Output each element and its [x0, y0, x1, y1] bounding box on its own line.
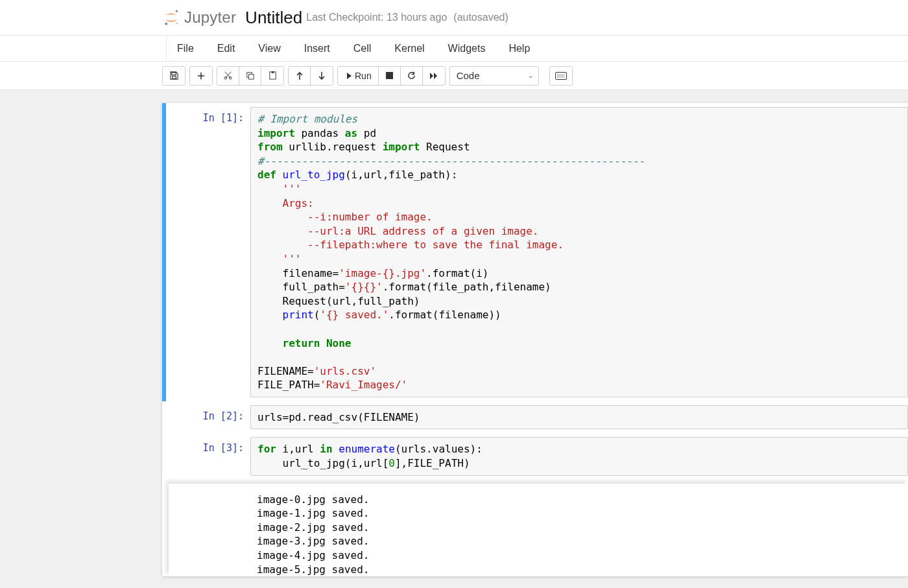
menu-help[interactable]: Help	[497, 43, 542, 54]
svg-rect-6	[249, 75, 254, 80]
paste-icon	[268, 71, 278, 80]
menu-file[interactable]: File	[167, 43, 206, 54]
menu-widgets[interactable]: Widgets	[436, 43, 497, 54]
cell-type-select[interactable]: Code ⌄	[449, 66, 539, 86]
command-palette-button[interactable]	[550, 67, 572, 85]
jupyter-logo-text: Jupyter	[184, 8, 236, 27]
copy-button[interactable]	[239, 67, 261, 85]
restart-run-all-button[interactable]	[423, 67, 445, 85]
output-area: . image-0.jpg saved. image-1.jpg saved. …	[169, 489, 908, 577]
interrupt-button[interactable]	[379, 67, 401, 85]
arrow-up-icon	[296, 71, 304, 80]
notebook-title[interactable]: Untitled	[245, 8, 302, 28]
plus-icon	[197, 71, 206, 80]
menu-insert[interactable]: Insert	[293, 43, 342, 54]
paste-button[interactable]	[261, 67, 283, 85]
jupyter-logo[interactable]: Jupyter	[162, 8, 236, 27]
chevron-down-icon: ⌄	[528, 72, 533, 79]
copy-icon	[245, 71, 255, 80]
cell-prompt: In [3]:	[166, 437, 250, 475]
toolbar: Run Code ⌄	[0, 62, 908, 90]
move-up-button[interactable]	[289, 67, 311, 85]
code-cell-3[interactable]: In [3]: for i,url in enumerate(urls.valu…	[162, 433, 908, 479]
run-icon	[344, 72, 352, 80]
menu-edit[interactable]: Edit	[206, 43, 247, 54]
code-editor[interactable]: urls=pd.read_csv(FILENAME)	[250, 405, 908, 430]
restart-button[interactable]	[401, 67, 423, 85]
menu-cell[interactable]: Cell	[342, 43, 383, 54]
svg-rect-8	[271, 71, 274, 73]
save-icon	[169, 71, 179, 80]
svg-point-1	[165, 23, 167, 25]
checkpoint-status: Last Checkpoint: 13 hours ago	[306, 12, 447, 23]
add-cell-button[interactable]	[190, 67, 212, 85]
menu-view[interactable]: View	[246, 43, 292, 54]
move-down-button[interactable]	[311, 67, 333, 85]
notebook-container: In [1]: # Import modules import pandas a…	[0, 90, 908, 588]
cut-icon	[223, 71, 233, 80]
arrow-down-icon	[318, 71, 326, 80]
restart-icon	[407, 71, 416, 80]
autosave-status: (autosaved)	[453, 12, 508, 23]
cell-prompt: In [2]:	[166, 405, 250, 430]
save-button[interactable]	[163, 67, 185, 85]
cell-type-value: Code	[457, 70, 480, 81]
svg-rect-9	[386, 72, 393, 79]
run-label: Run	[355, 71, 372, 81]
code-editor[interactable]: for i,url in enumerate(urls.values): url…	[250, 437, 908, 475]
menu-kernel[interactable]: Kernel	[383, 43, 436, 54]
menu-bar: File Edit View Insert Cell Kernel Widget…	[0, 36, 908, 62]
cell-prompt: In [1]:	[166, 107, 250, 397]
code-cell-2[interactable]: In [2]: urls=pd.read_csv(FILENAME)	[162, 401, 908, 434]
jupyter-icon	[162, 8, 180, 27]
output-text: image-0.jpg saved. image-1.jpg saved. im…	[257, 493, 908, 577]
notebook-header: Jupyter Untitled Last Checkpoint: 13 hou…	[0, 0, 908, 36]
code-editor[interactable]: # Import modules import pandas as pd fro…	[250, 107, 908, 397]
cut-button[interactable]	[217, 67, 239, 85]
run-button[interactable]: Run	[338, 67, 379, 85]
keyboard-icon	[555, 72, 567, 80]
fast-forward-icon	[429, 72, 438, 80]
svg-point-2	[176, 23, 178, 25]
code-cell-1[interactable]: In [1]: # Import modules import pandas a…	[162, 103, 908, 401]
svg-point-0	[176, 10, 178, 12]
stop-icon	[386, 72, 393, 79]
